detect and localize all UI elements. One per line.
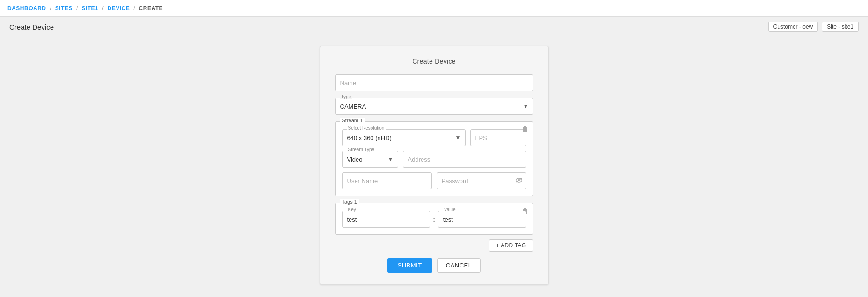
breadcrumb-sep-2: / xyxy=(76,5,78,12)
type-select[interactable]: CAMERA SENSOR NVR DVR xyxy=(335,98,533,115)
password-toggle-icon[interactable] xyxy=(515,177,523,185)
username-field-group xyxy=(342,172,432,189)
streamtype-select[interactable]: Video Audio Metadata xyxy=(342,151,398,168)
tag-key-label: Key xyxy=(347,207,357,212)
form-card: Create Device Type CAMERA SENSOR NVR DVR… xyxy=(320,46,549,285)
tag-key-field-group: Key xyxy=(342,211,430,228)
cancel-button[interactable]: CANCEL xyxy=(437,258,481,273)
tags-section: Tags 1 Key : Value xyxy=(335,203,533,235)
password-field-group xyxy=(437,172,526,189)
submit-button[interactable]: SUBMIT xyxy=(387,258,432,273)
main-content: Create Device Type CAMERA SENSOR NVR DVR… xyxy=(0,37,868,294)
tag-value-field-group: Value xyxy=(438,211,526,228)
username-input[interactable] xyxy=(342,172,432,189)
tag-separator: : xyxy=(433,215,435,223)
breadcrumb: DASHBOARD / SITES / SITE1 / DEVICE / CRE… xyxy=(0,0,868,17)
add-tag-button[interactable]: + ADD TAG xyxy=(489,239,533,252)
name-field-group xyxy=(335,74,533,91)
resolution-fps-row: Select Resolution 640 x 360 (nHD) 1280 x… xyxy=(342,129,526,146)
breadcrumb-create: CREATE xyxy=(139,5,163,12)
resolution-label: Select Resolution xyxy=(347,126,386,131)
streamtype-address-row: Stream Type Video Audio Metadata ▼ xyxy=(342,151,526,168)
add-tag-container: + ADD TAG xyxy=(335,239,533,252)
credentials-row xyxy=(342,172,526,189)
stream-section: Stream 1 Select Resolution 640 x 360 (nH… xyxy=(335,121,533,196)
fps-field-group xyxy=(470,129,526,146)
breadcrumb-device[interactable]: DEVICE xyxy=(108,5,130,12)
password-input[interactable] xyxy=(437,172,526,189)
customer-badge: Customer - oew xyxy=(768,22,818,32)
streamtype-field-group: Stream Type Video Audio Metadata ▼ xyxy=(342,151,398,168)
resolution-field-group: Select Resolution 640 x 360 (nHD) 1280 x… xyxy=(342,129,466,146)
breadcrumb-sep-1: / xyxy=(50,5,51,12)
breadcrumb-sites[interactable]: SITES xyxy=(55,5,73,12)
breadcrumb-sep-4: / xyxy=(133,5,135,12)
tag-value-input[interactable] xyxy=(438,211,526,228)
breadcrumb-sep-3: / xyxy=(102,5,103,12)
breadcrumb-dashboard[interactable]: DASHBOARD xyxy=(7,5,46,12)
stream-title: Stream 1 xyxy=(340,118,365,123)
fps-input[interactable] xyxy=(470,129,526,146)
breadcrumb-site1[interactable]: SITE1 xyxy=(81,5,98,12)
type-label: Type xyxy=(340,94,353,99)
resolution-select[interactable]: 640 x 360 (nHD) 1280 x 720 (HD) 1920 x 1… xyxy=(342,129,466,146)
streamtype-select-wrapper: Video Audio Metadata ▼ xyxy=(342,151,398,168)
address-field-group xyxy=(403,151,526,168)
site-badge: Site - site1 xyxy=(822,22,859,32)
form-card-title: Create Device xyxy=(335,58,533,65)
resolution-select-wrapper: 640 x 360 (nHD) 1280 x 720 (HD) 1920 x 1… xyxy=(342,129,466,146)
streamtype-label: Stream Type xyxy=(347,147,376,152)
type-field-group: Type CAMERA SENSOR NVR DVR ▼ xyxy=(335,98,533,115)
tag-value-label: Value xyxy=(443,207,457,212)
name-input[interactable] xyxy=(335,74,533,91)
page-title: Create Device xyxy=(9,23,54,31)
tags-title: Tags 1 xyxy=(340,199,359,205)
page-header: Create Device Customer - oew Site - site… xyxy=(0,17,868,37)
stream-delete-icon[interactable] xyxy=(522,126,528,134)
customer-site-info: Customer - oew Site - site1 xyxy=(768,22,859,32)
type-select-wrapper: CAMERA SENSOR NVR DVR ▼ xyxy=(335,98,533,115)
address-input[interactable] xyxy=(403,151,526,168)
form-actions: SUBMIT CANCEL xyxy=(335,258,533,273)
tag-key-input[interactable] xyxy=(342,211,430,228)
tag-row: Key : Value xyxy=(342,211,526,228)
